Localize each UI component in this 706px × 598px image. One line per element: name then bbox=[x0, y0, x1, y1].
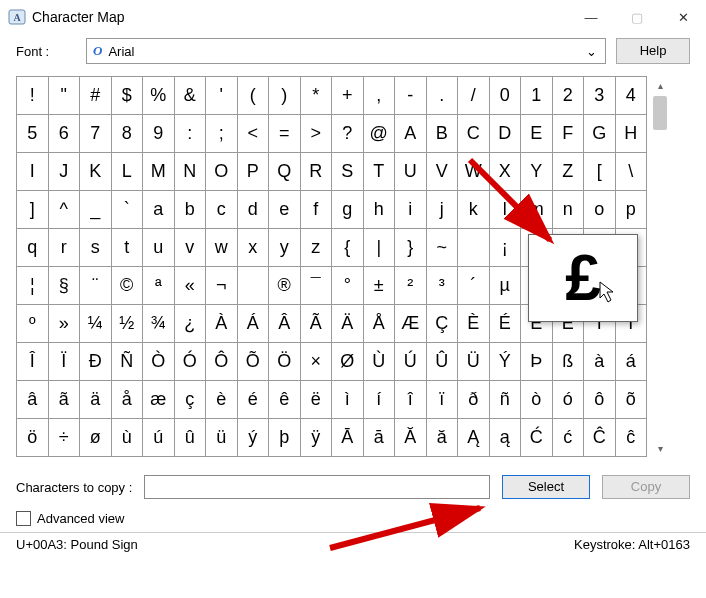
grid-cell[interactable]: § bbox=[49, 267, 81, 305]
grid-cell[interactable]: m bbox=[521, 191, 553, 229]
grid-cell[interactable]: K bbox=[80, 153, 112, 191]
grid-cell[interactable]: 0 bbox=[490, 77, 522, 115]
grid-cell[interactable]: ~ bbox=[427, 229, 459, 267]
scroll-up-icon[interactable]: ▴ bbox=[651, 76, 669, 94]
grid-cell[interactable]: _ bbox=[80, 191, 112, 229]
grid-cell[interactable]: . bbox=[427, 77, 459, 115]
grid-cell[interactable]: U bbox=[395, 153, 427, 191]
grid-cell[interactable]: ý bbox=[238, 419, 270, 457]
grid-cell[interactable]: Z bbox=[553, 153, 585, 191]
grid-cell[interactable]: T bbox=[364, 153, 396, 191]
grid-cell[interactable]: Î bbox=[17, 343, 49, 381]
grid-cell[interactable]: 1 bbox=[521, 77, 553, 115]
grid-cell[interactable]: ¼ bbox=[80, 305, 112, 343]
grid-cell[interactable]: ô bbox=[584, 381, 616, 419]
grid-cell[interactable]: C bbox=[458, 115, 490, 153]
grid-cell[interactable]: o bbox=[584, 191, 616, 229]
grid-cell[interactable]: Ą bbox=[458, 419, 490, 457]
grid-cell[interactable]: X bbox=[490, 153, 522, 191]
grid-cell[interactable]: } bbox=[395, 229, 427, 267]
grid-cell[interactable]: ā bbox=[364, 419, 396, 457]
grid-cell[interactable]: 9 bbox=[143, 115, 175, 153]
grid-cell[interactable]: R bbox=[301, 153, 333, 191]
grid-cell[interactable]: º bbox=[17, 305, 49, 343]
grid-cell[interactable]: ³ bbox=[427, 267, 459, 305]
grid-cell[interactable]: A bbox=[395, 115, 427, 153]
grid-cell[interactable]: å bbox=[112, 381, 144, 419]
grid-cell[interactable]: Ă bbox=[395, 419, 427, 457]
grid-cell[interactable]: Å bbox=[364, 305, 396, 343]
font-select[interactable]: O Arial ⌄ bbox=[86, 38, 606, 64]
grid-cell[interactable]: ¿ bbox=[175, 305, 207, 343]
grid-cell[interactable]: À bbox=[206, 305, 238, 343]
grid-cell[interactable]: Á bbox=[238, 305, 270, 343]
grid-cell[interactable]: Ã bbox=[301, 305, 333, 343]
grid-cell[interactable]: z bbox=[301, 229, 333, 267]
grid-cell[interactable]: / bbox=[458, 77, 490, 115]
grid-cell[interactable]: | bbox=[364, 229, 396, 267]
grid-cell[interactable]: N bbox=[175, 153, 207, 191]
grid-cell[interactable]: ` bbox=[112, 191, 144, 229]
grid-cell[interactable]: k bbox=[458, 191, 490, 229]
grid-cell[interactable]: í bbox=[364, 381, 396, 419]
grid-cell[interactable]: ! bbox=[17, 77, 49, 115]
grid-cell[interactable]: P bbox=[238, 153, 270, 191]
grid-cell[interactable]: ? bbox=[332, 115, 364, 153]
grid-cell[interactable]: è bbox=[206, 381, 238, 419]
grid-cell[interactable]: M bbox=[143, 153, 175, 191]
grid-cell[interactable]: â bbox=[17, 381, 49, 419]
grid-cell[interactable]: ; bbox=[206, 115, 238, 153]
grid-cell[interactable]: Ç bbox=[427, 305, 459, 343]
grid-cell[interactable]: ć bbox=[553, 419, 585, 457]
grid-cell[interactable]: Æ bbox=[395, 305, 427, 343]
grid-cell[interactable]: ´ bbox=[458, 267, 490, 305]
grid-cell[interactable]: Ø bbox=[332, 343, 364, 381]
grid-cell[interactable]: V bbox=[427, 153, 459, 191]
grid-cell[interactable]: r bbox=[49, 229, 81, 267]
grid-cell[interactable]: , bbox=[364, 77, 396, 115]
grid-cell[interactable]: - bbox=[395, 77, 427, 115]
grid-cell[interactable]: g bbox=[332, 191, 364, 229]
grid-cell[interactable]: Ñ bbox=[112, 343, 144, 381]
grid-cell[interactable]: " bbox=[49, 77, 81, 115]
grid-cell[interactable]: « bbox=[175, 267, 207, 305]
grid-cell[interactable]: Y bbox=[521, 153, 553, 191]
grid-cell[interactable]: ü bbox=[206, 419, 238, 457]
grid-cell[interactable]: ë bbox=[301, 381, 333, 419]
grid-cell[interactable]: ß bbox=[553, 343, 585, 381]
grid-cell[interactable]: µ bbox=[490, 267, 522, 305]
grid-cell[interactable]: ă bbox=[427, 419, 459, 457]
grid-cell[interactable]: ° bbox=[332, 267, 364, 305]
grid-cell[interactable]: Ā bbox=[332, 419, 364, 457]
grid-cell[interactable]: ­ bbox=[238, 267, 270, 305]
grid-cell[interactable]: Ó bbox=[175, 343, 207, 381]
grid-cell[interactable]: ä bbox=[80, 381, 112, 419]
grid-cell[interactable]: 5 bbox=[17, 115, 49, 153]
grid-cell[interactable]: ¡ bbox=[490, 229, 522, 267]
grid-cell[interactable]: ª bbox=[143, 267, 175, 305]
grid-cell[interactable]: Ý bbox=[490, 343, 522, 381]
grid-cell[interactable]: < bbox=[238, 115, 270, 153]
grid-cell[interactable]: W bbox=[458, 153, 490, 191]
grid-cell[interactable]: p bbox=[616, 191, 648, 229]
grid-cell[interactable]: Ù bbox=[364, 343, 396, 381]
grid-cell[interactable]: ï bbox=[427, 381, 459, 419]
grid-cell[interactable]: » bbox=[49, 305, 81, 343]
grid-cell[interactable]: ø bbox=[80, 419, 112, 457]
grid-cell[interactable]: i bbox=[395, 191, 427, 229]
grid-cell[interactable]: u bbox=[143, 229, 175, 267]
grid-cell[interactable]: + bbox=[332, 77, 364, 115]
grid-cell[interactable]: ð bbox=[458, 381, 490, 419]
grid-cell[interactable]: G bbox=[584, 115, 616, 153]
grid-cell[interactable]: d bbox=[238, 191, 270, 229]
grid-cell[interactable]: ÷ bbox=[49, 419, 81, 457]
grid-cell[interactable]: q bbox=[17, 229, 49, 267]
grid-cell[interactable]: ¾ bbox=[143, 305, 175, 343]
grid-cell[interactable]: ã bbox=[49, 381, 81, 419]
grid-cell[interactable]: ¬ bbox=[206, 267, 238, 305]
grid-cell[interactable]: l bbox=[490, 191, 522, 229]
grid-cell[interactable]: Õ bbox=[238, 343, 270, 381]
maximize-button[interactable]: ▢ bbox=[614, 0, 660, 34]
grid-cell[interactable]: É bbox=[490, 305, 522, 343]
grid-cell[interactable]: ± bbox=[364, 267, 396, 305]
